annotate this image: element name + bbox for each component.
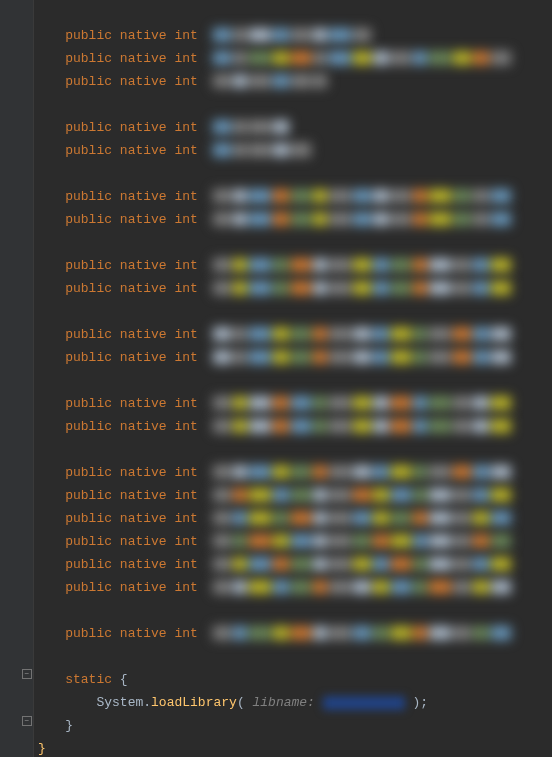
obscured-code [213,626,513,640]
obscured-code [213,327,513,341]
obscured-code [213,465,513,479]
obscured-code [213,580,513,594]
native-method-declaration: public native int [34,576,552,599]
obscured-code [213,189,513,203]
native-method-declaration: public native int [34,484,552,507]
static-block-open: static { [34,668,552,691]
obscured-code [213,419,513,433]
native-method-declaration: public native int [34,346,552,369]
code-area[interactable]: public native int public native int publ… [34,0,552,757]
obscured-code [213,511,513,525]
obscured-code [213,143,313,157]
obscured-code [213,396,513,410]
native-method-declaration: public native int [34,116,552,139]
native-method-declaration: public native int [34,461,552,484]
obscured-code [213,281,513,295]
fold-toggle-icon[interactable] [22,716,32,726]
fold-toggle-icon[interactable] [22,669,32,679]
native-method-declaration: public native int [34,254,552,277]
obscured-code [213,28,373,42]
native-method-declaration: public native int [34,47,552,70]
obscured-code [213,258,513,272]
caret-line: } [34,737,552,757]
static-block-close: } [34,714,552,737]
native-method-declaration: public native int [34,507,552,530]
obscured-code [213,350,513,364]
native-method-declaration: public native int [34,24,552,47]
editor-gutter [0,0,34,757]
native-method-declaration: public native int [34,323,552,346]
obscured-code [213,534,513,548]
obscured-string-literal [323,696,405,710]
obscured-code [213,51,513,65]
native-method-declaration: public native int [34,139,552,162]
obscured-code [213,74,329,88]
obscured-code [213,488,513,502]
native-method-declaration: public native int [34,208,552,231]
obscured-code [213,120,291,134]
obscured-code [213,212,513,226]
obscured-code [213,557,513,571]
native-method-declaration: public native int [34,530,552,553]
native-method-declaration: public native int [34,415,552,438]
native-method-declaration: public native int [34,553,552,576]
native-method-declaration: public native int [34,622,552,645]
native-method-declaration: public native int [34,185,552,208]
native-method-declaration: public native int [34,392,552,415]
load-library-call: System.loadLibrary( libname: ); [34,691,552,714]
native-method-declaration: public native int [34,277,552,300]
native-method-declaration: public native int [34,70,552,93]
